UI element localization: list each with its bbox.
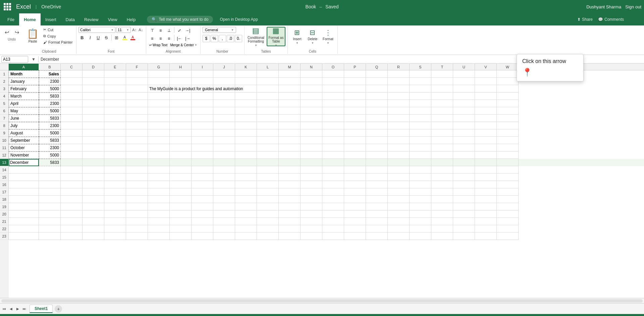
cell-j6[interactable]	[213, 107, 235, 115]
cell-r12[interactable]	[388, 151, 410, 159]
cell-g9[interactable]	[148, 129, 170, 137]
cell-k7[interactable]	[235, 115, 257, 122]
col-header-v[interactable]: V	[475, 64, 497, 70]
cell-t12[interactable]	[431, 151, 453, 159]
align-right-button[interactable]: ≡	[165, 35, 173, 42]
cell-a12[interactable]: November	[9, 151, 39, 159]
cell-e8[interactable]	[104, 122, 126, 129]
cell-u20[interactable]	[453, 210, 475, 218]
cell-a19[interactable]	[9, 203, 39, 210]
cell-j15[interactable]	[213, 174, 235, 181]
row-header-7[interactable]: 7	[0, 115, 9, 122]
cell-k21[interactable]	[235, 218, 257, 225]
row-header-12[interactable]: 12	[0, 151, 9, 159]
cell-f21[interactable]	[126, 218, 148, 225]
cell-m1[interactable]	[279, 70, 301, 78]
cell-o12[interactable]	[322, 151, 344, 159]
cell-t23[interactable]	[431, 233, 453, 240]
decrease-decimal-button[interactable]: 0.	[235, 35, 242, 42]
cell-w18[interactable]	[497, 196, 519, 203]
cell-n11[interactable]	[301, 144, 322, 151]
cell-p21[interactable]	[344, 218, 366, 225]
cell-s23[interactable]	[410, 233, 431, 240]
cell-a20[interactable]	[9, 210, 39, 218]
cell-n15[interactable]	[301, 174, 322, 181]
row-header-5[interactable]: 5	[0, 100, 9, 107]
cell-w11[interactable]	[497, 144, 519, 151]
cell-e15[interactable]	[104, 174, 126, 181]
cell-k6[interactable]	[235, 107, 257, 115]
cell-g5[interactable]	[148, 100, 170, 107]
cell-u3[interactable]	[453, 85, 475, 92]
cell-b22[interactable]	[39, 225, 61, 233]
cell-v6[interactable]	[475, 107, 497, 115]
cell-q4[interactable]	[366, 92, 388, 100]
cell-u19[interactable]	[453, 203, 475, 210]
cell-e9[interactable]	[104, 129, 126, 137]
cell-k5[interactable]	[235, 100, 257, 107]
comma-button[interactable]: ,	[219, 35, 226, 42]
cell-d8[interactable]	[83, 122, 104, 129]
cell-o11[interactable]	[322, 144, 344, 151]
tab-view[interactable]: View	[103, 13, 122, 25]
cell-w8[interactable]	[497, 122, 519, 129]
cell-e22[interactable]	[104, 225, 126, 233]
cell-n1[interactable]	[301, 70, 322, 78]
last-sheet-button[interactable]: ⏭	[21, 306, 28, 312]
cell-j21[interactable]	[213, 218, 235, 225]
cell-a6[interactable]: May	[9, 107, 39, 115]
cell-n16[interactable]	[301, 181, 322, 188]
cell-q1[interactable]	[366, 70, 388, 78]
cell-w2[interactable]	[497, 78, 519, 85]
cell-q20[interactable]	[366, 210, 388, 218]
cell-r2[interactable]	[388, 78, 410, 85]
cell-r3[interactable]	[388, 85, 410, 92]
tab-data[interactable]: Data	[61, 13, 79, 25]
cell-u5[interactable]	[453, 100, 475, 107]
cell-r20[interactable]	[388, 210, 410, 218]
cell-c5[interactable]	[61, 100, 83, 107]
cell-v13[interactable]	[475, 159, 497, 166]
cell-b21[interactable]	[39, 218, 61, 225]
cell-q6[interactable]	[366, 107, 388, 115]
cell-d16[interactable]	[83, 181, 104, 188]
cell-o9[interactable]	[322, 129, 344, 137]
cell-g15[interactable]	[148, 174, 170, 181]
cell-k17[interactable]	[235, 188, 257, 196]
cell-d6[interactable]	[83, 107, 104, 115]
cell-r16[interactable]	[388, 181, 410, 188]
cell-m13[interactable]	[279, 159, 301, 166]
row-header-21[interactable]: 21	[0, 218, 9, 225]
increase-font-button[interactable]: A↑	[131, 27, 138, 33]
cell-v22[interactable]	[475, 225, 497, 233]
cell-v19[interactable]	[475, 203, 497, 210]
cell-q9[interactable]	[366, 129, 388, 137]
cell-v3[interactable]	[475, 85, 497, 92]
cell-u1[interactable]	[453, 70, 475, 78]
undo-button[interactable]: ↩	[2, 27, 11, 37]
cell-i15[interactable]	[192, 174, 213, 181]
cell-n17[interactable]	[301, 188, 322, 196]
cell-v15[interactable]	[475, 174, 497, 181]
cell-c18[interactable]	[61, 196, 83, 203]
col-header-s[interactable]: S	[410, 64, 431, 70]
row-header-2[interactable]: 2	[0, 78, 9, 85]
cell-c21[interactable]	[61, 218, 83, 225]
sign-out-button[interactable]: Sign out	[625, 4, 641, 9]
cell-i18[interactable]	[192, 196, 213, 203]
cell-w17[interactable]	[497, 188, 519, 196]
cell-a23[interactable]	[9, 233, 39, 240]
underline-button[interactable]: U	[95, 34, 102, 41]
cell-s15[interactable]	[410, 174, 431, 181]
cell-q23[interactable]	[366, 233, 388, 240]
cell-s1[interactable]	[410, 70, 431, 78]
cell-u18[interactable]	[453, 196, 475, 203]
cell-i10[interactable]	[192, 137, 213, 144]
cell-b18[interactable]	[39, 196, 61, 203]
cell-r21[interactable]	[388, 218, 410, 225]
cell-q21[interactable]	[366, 218, 388, 225]
cell-f9[interactable]	[126, 129, 148, 137]
cell-u10[interactable]	[453, 137, 475, 144]
next-sheet-button[interactable]: ▶	[15, 306, 21, 312]
cell-n22[interactable]	[301, 225, 322, 233]
